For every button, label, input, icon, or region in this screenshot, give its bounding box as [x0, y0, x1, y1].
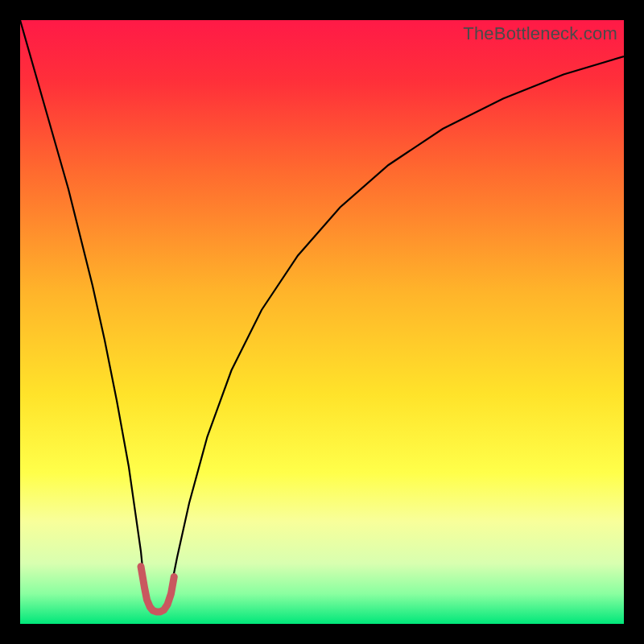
watermark-text: TheBottleneck.com: [463, 23, 617, 44]
outer-frame: TheBottleneck.com: [0, 0, 644, 644]
chart-svg: [20, 20, 624, 624]
gradient-background: [20, 20, 624, 624]
plot-area: TheBottleneck.com: [20, 20, 624, 624]
